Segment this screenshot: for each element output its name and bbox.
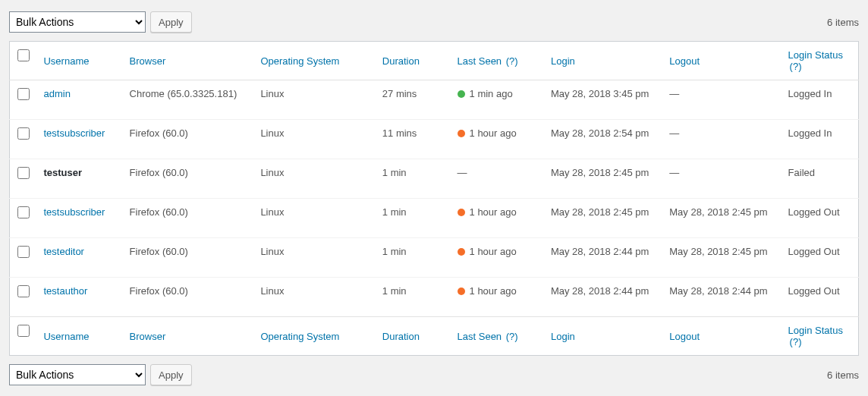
- bulk-select-bottom[interactable]: Bulk Actions: [9, 364, 146, 385]
- cell-os: Linux: [253, 159, 374, 199]
- col-os[interactable]: Operating System: [260, 55, 339, 67]
- table-row: adminChrome (65.0.3325.181)Linux27 mins1…: [10, 80, 859, 120]
- bulk-select-top[interactable]: Bulk Actions: [9, 11, 146, 33]
- row-select[interactable]: [17, 246, 30, 258]
- status-dot-icon: [458, 288, 465, 295]
- col-browser[interactable]: Browser: [130, 331, 166, 342]
- cell-last-seen: 1 hour ago: [450, 120, 543, 159]
- help-icon[interactable]: (?): [506, 55, 518, 67]
- cell-login: May 28, 2018 2:44 pm: [543, 238, 662, 278]
- cell-duration: 1 min: [375, 159, 450, 199]
- col-browser[interactable]: Browser: [130, 55, 166, 67]
- cell-login: May 28, 2018 2:45 pm: [543, 159, 662, 199]
- bulk-actions-top: Bulk Actions Apply: [9, 11, 192, 33]
- cell-login-status: Logged Out: [781, 238, 859, 278]
- cell-browser: Firefox (60.0): [122, 199, 253, 238]
- cell-duration: 1 min: [375, 199, 450, 238]
- cell-os: Linux: [253, 80, 374, 120]
- cell-login: May 28, 2018 3:45 pm: [543, 80, 662, 120]
- cell-duration: 11 mins: [375, 120, 450, 159]
- table-header-row: Username Browser Operating System Durati…: [10, 42, 859, 80]
- select-all-top[interactable]: [17, 49, 30, 61]
- cell-logout: May 28, 2018 2:45 pm: [662, 238, 780, 278]
- item-count-top: 6 items: [827, 17, 859, 28]
- apply-button-top[interactable]: Apply: [150, 11, 192, 33]
- last-seen-text: 1 min ago: [470, 88, 513, 99]
- select-all-bottom[interactable]: [17, 325, 30, 337]
- last-seen-text: 1 hour ago: [470, 127, 517, 139]
- col-username[interactable]: Username: [43, 331, 89, 342]
- status-dot-icon: [458, 130, 465, 137]
- cell-browser: Firefox (60.0): [122, 238, 253, 278]
- table-row: testeditorFirefox (60.0)Linux1 min1 hour…: [10, 238, 859, 278]
- username-link[interactable]: testeditor: [43, 246, 83, 257]
- cell-browser: Firefox (60.0): [122, 278, 253, 317]
- cell-os: Linux: [253, 238, 374, 278]
- row-select[interactable]: [17, 127, 30, 140]
- username-link[interactable]: testsubscriber: [43, 127, 105, 139]
- cell-last-seen: 1 hour ago: [450, 199, 543, 238]
- table-row: testsubscriberFirefox (60.0)Linux1 min1 …: [10, 199, 859, 238]
- apply-button-bottom[interactable]: Apply: [150, 364, 192, 385]
- col-logout[interactable]: Logout: [669, 331, 700, 342]
- last-seen-text: 1 hour ago: [470, 206, 517, 218]
- row-select[interactable]: [17, 88, 30, 100]
- tablenav-bottom: Bulk Actions Apply 6 items: [9, 362, 859, 388]
- status-dot-icon: [458, 209, 465, 216]
- col-logout[interactable]: Logout: [669, 55, 700, 67]
- row-select[interactable]: [17, 167, 30, 179]
- row-select[interactable]: [17, 285, 30, 297]
- sessions-table: Username Browser Operating System Durati…: [9, 41, 859, 356]
- last-seen-text: 1 hour ago: [470, 246, 517, 257]
- cell-login: May 28, 2018 2:54 pm: [543, 120, 662, 159]
- cell-login-status: Logged In: [781, 80, 859, 120]
- cell-browser: Chrome (65.0.3325.181): [122, 80, 253, 120]
- status-dot-icon: [458, 248, 465, 256]
- help-icon[interactable]: (?): [790, 61, 802, 72]
- col-login-status[interactable]: Login Status (?): [788, 325, 843, 347]
- table-row: testauthorFirefox (60.0)Linux1 min1 hour…: [10, 278, 859, 317]
- cell-duration: 1 min: [375, 238, 450, 278]
- row-select[interactable]: [17, 206, 30, 218]
- cell-last-seen: —: [450, 159, 543, 199]
- cell-login-status: Failed: [781, 159, 859, 199]
- help-icon[interactable]: (?): [790, 336, 802, 347]
- table-row: testsubscriberFirefox (60.0)Linux11 mins…: [10, 120, 859, 159]
- col-os[interactable]: Operating System: [260, 331, 339, 342]
- cell-duration: 27 mins: [375, 80, 450, 120]
- item-count-bottom: 6 items: [827, 369, 859, 381]
- cell-os: Linux: [253, 120, 374, 159]
- col-login-status[interactable]: Login Status (?): [788, 49, 843, 72]
- cell-login-status: Logged Out: [781, 278, 859, 317]
- col-login[interactable]: Login: [551, 331, 575, 342]
- tablenav-top: Bulk Actions Apply 6 items: [9, 9, 859, 35]
- col-login[interactable]: Login: [551, 55, 575, 67]
- cell-logout: —: [662, 120, 780, 159]
- last-seen-text: 1 hour ago: [470, 285, 517, 297]
- username-link[interactable]: testsubscriber: [43, 206, 105, 218]
- cell-login-status: Logged In: [781, 120, 859, 159]
- help-icon[interactable]: (?): [506, 331, 518, 342]
- col-last-seen[interactable]: Last Seen (?): [458, 331, 518, 342]
- cell-last-seen: 1 min ago: [450, 80, 543, 120]
- cell-browser: Firefox (60.0): [122, 159, 253, 199]
- col-duration[interactable]: Duration: [382, 331, 420, 342]
- table-footer-row: Username Browser Operating System Durati…: [10, 317, 859, 356]
- username-link[interactable]: testauthor: [43, 285, 87, 297]
- cell-logout: —: [662, 159, 780, 199]
- cell-os: Linux: [253, 278, 374, 317]
- cell-last-seen: 1 hour ago: [450, 278, 543, 317]
- cell-login-status: Logged Out: [781, 199, 859, 238]
- cell-os: Linux: [253, 199, 374, 238]
- col-last-seen[interactable]: Last Seen (?): [458, 55, 518, 67]
- col-username[interactable]: Username: [43, 55, 89, 67]
- table-row: testuserFirefox (60.0)Linux1 min—May 28,…: [10, 159, 859, 199]
- cell-logout: May 28, 2018 2:45 pm: [662, 199, 780, 238]
- cell-login: May 28, 2018 2:45 pm: [543, 199, 662, 238]
- cell-last-seen: 1 hour ago: [450, 238, 543, 278]
- col-duration[interactable]: Duration: [382, 55, 420, 67]
- cell-login: May 28, 2018 2:44 pm: [543, 278, 662, 317]
- username-link[interactable]: admin: [43, 88, 70, 99]
- cell-duration: 1 min: [375, 278, 450, 317]
- cell-logout: —: [662, 80, 780, 120]
